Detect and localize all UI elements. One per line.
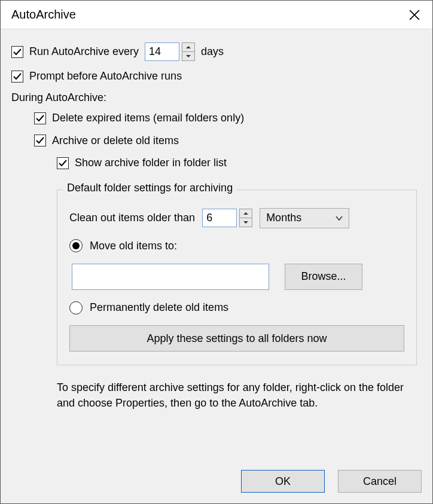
cancel-button[interactable]: Cancel — [338, 470, 422, 493]
show-folder-row: Show archive folder in folder list — [11, 156, 422, 170]
delete-expired-row: Delete expired items (email folders only… — [11, 111, 422, 125]
run-every-row: Run AutoArchive every days — [11, 42, 422, 61]
run-every-checkbox[interactable] — [11, 46, 23, 58]
check-icon — [35, 136, 45, 145]
chevron-up-icon — [186, 45, 191, 50]
clean-out-row: Clean out items older than Months — [69, 208, 404, 228]
prompt-row: Prompt before AutoArchive runs — [11, 69, 422, 83]
run-every-label-before: Run AutoArchive every — [29, 45, 139, 59]
chevron-down-icon — [336, 215, 343, 222]
clean-out-spinner — [202, 209, 252, 227]
chevron-up-icon — [243, 211, 248, 216]
show-folder-checkbox[interactable] — [57, 157, 69, 169]
archive-path-input[interactable] — [72, 264, 269, 290]
ok-button[interactable]: OK — [241, 470, 325, 493]
browse-button[interactable]: Browse... — [285, 264, 362, 290]
prompt-checkbox[interactable] — [11, 71, 23, 83]
apply-all-button[interactable]: Apply these settings to all folders now — [69, 325, 404, 352]
unit-select[interactable]: Months — [260, 208, 349, 228]
spin-up-button[interactable] — [239, 209, 252, 218]
perm-delete-row: Permanently delete old items — [69, 301, 404, 314]
chevron-down-icon — [186, 54, 191, 59]
archive-old-checkbox[interactable] — [34, 135, 46, 146]
dialog-title: AutoArchive — [11, 8, 76, 22]
close-icon — [409, 10, 420, 20]
check-icon — [35, 114, 45, 123]
delete-expired-checkbox[interactable] — [34, 112, 46, 124]
move-old-row: Move old items to: — [69, 239, 404, 253]
delete-expired-label: Delete expired items (email folders only… — [52, 111, 244, 125]
archive-old-row: Archive or delete old items — [11, 134, 422, 148]
clean-out-input[interactable] — [202, 209, 237, 227]
autoarchive-dialog: AutoArchive Run AutoArchive every days — [0, 0, 433, 504]
path-row: Browse... — [69, 264, 404, 290]
dialog-footer: OK Cancel — [1, 462, 432, 503]
close-button[interactable] — [405, 5, 424, 25]
radio-dot-icon — [72, 242, 80, 249]
during-label: During AutoArchive: — [11, 91, 422, 104]
titlebar: AutoArchive — [1, 1, 432, 29]
prompt-label: Prompt before AutoArchive runs — [29, 69, 182, 83]
run-every-spinner — [145, 42, 195, 61]
run-every-input[interactable] — [145, 42, 179, 61]
clean-out-spinbuttons — [239, 209, 252, 227]
spin-down-button[interactable] — [182, 52, 195, 61]
archive-old-label: Archive or delete old items — [52, 134, 179, 148]
default-settings-group: Default folder settings for archiving Cl… — [57, 190, 417, 366]
spin-down-button[interactable] — [239, 218, 252, 227]
spin-up-button[interactable] — [182, 42, 195, 52]
move-old-label: Move old items to: — [90, 239, 177, 253]
run-every-spinbuttons — [182, 42, 195, 61]
check-icon — [13, 47, 22, 57]
run-every-label-after: days — [201, 45, 224, 59]
clean-out-label: Clean out items older than — [69, 211, 195, 225]
chevron-down-icon — [243, 220, 248, 225]
move-old-radio[interactable] — [69, 239, 83, 252]
help-text: To specify different archive settings fo… — [57, 380, 417, 411]
group-legend: Default folder settings for archiving — [63, 182, 236, 194]
unit-select-value: Months — [266, 212, 301, 224]
show-folder-label: Show archive folder in folder list — [75, 156, 227, 170]
perm-delete-label: Permanently delete old items — [90, 301, 228, 314]
check-icon — [58, 158, 68, 168]
perm-delete-radio[interactable] — [69, 301, 83, 314]
dialog-body: Run AutoArchive every days Prompt before… — [1, 29, 432, 462]
check-icon — [13, 72, 22, 81]
